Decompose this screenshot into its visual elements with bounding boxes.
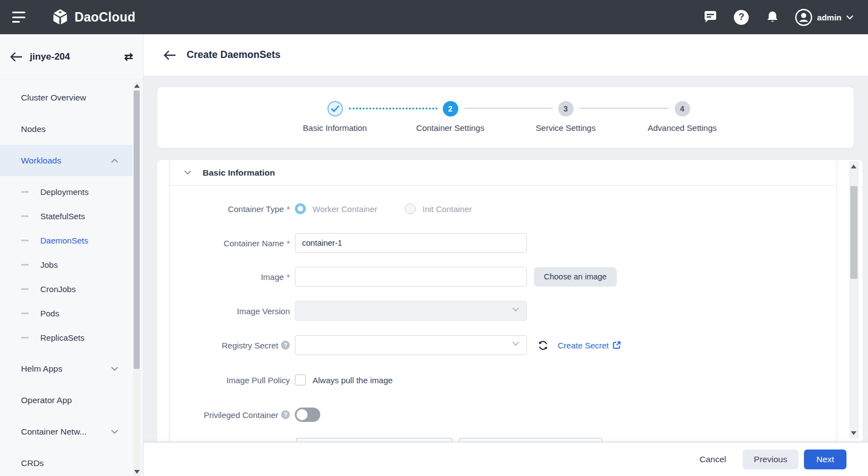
sidebar-scrollbar[interactable] xyxy=(133,82,140,476)
sidebar-item-daemonsets[interactable]: DaemonSets xyxy=(0,228,133,252)
sidebar-item-helm-apps[interactable]: Helm Apps xyxy=(0,353,133,384)
top-bar: DaoCloud ? admin xyxy=(0,0,868,34)
cluster-name: jinye-204 xyxy=(30,51,70,62)
page-back-arrow-icon[interactable] xyxy=(163,51,176,60)
switch-cluster-icon[interactable]: ⇄ xyxy=(124,50,133,63)
scroll-down-arrow[interactable] xyxy=(134,470,140,474)
field-label: Container Type xyxy=(228,204,284,214)
scrollbar-thumb[interactable] xyxy=(134,91,140,369)
wizard-stepper: Basic Information 2 Container Settings 3… xyxy=(157,87,854,148)
field-label: Registry Secret xyxy=(221,341,278,350)
step-basic-information[interactable]: Basic Information xyxy=(277,101,393,133)
sidebar-item-operator-app[interactable]: Operator App xyxy=(0,384,133,416)
sidebar-header: jinye-204 ⇄ xyxy=(0,34,143,80)
chevron-down-icon xyxy=(111,367,118,371)
radio-init-container[interactable]: Init Container xyxy=(405,203,472,214)
field-container-type: Container Type* Worker Container Init Co… xyxy=(170,199,472,219)
checkbox-label[interactable]: Always pull the image xyxy=(313,375,393,385)
field-privileged-container: Privileged Container ? xyxy=(170,405,320,425)
sidebar-item-deployments[interactable]: Deployments xyxy=(0,179,133,204)
section-title: Basic Information xyxy=(203,168,275,178)
step-container-settings[interactable]: 2 Container Settings xyxy=(393,101,508,133)
sidebar-item-statefulsets[interactable]: StatefulSets xyxy=(0,204,133,228)
container-name-input[interactable] xyxy=(295,233,527,253)
field-label: Image xyxy=(261,272,284,282)
avatar-icon xyxy=(795,8,813,27)
image-input[interactable] xyxy=(295,267,527,287)
step-advanced-settings[interactable]: 4 Advanced Settings xyxy=(624,101,740,133)
dash-icon xyxy=(21,215,29,217)
field-registry-secret: Registry Secret ? xyxy=(170,335,621,355)
sidebar-item-crds[interactable]: CRDs xyxy=(0,447,133,476)
chevron-down-icon xyxy=(111,430,118,434)
scroll-down-arrow[interactable] xyxy=(851,431,856,435)
daocloud-logo-icon xyxy=(51,8,70,27)
sidebar: jinye-204 ⇄ Cluster Overview Nodes Workl… xyxy=(0,34,144,476)
page-header: Create DaemonSets xyxy=(144,34,868,76)
step-service-settings[interactable]: 3 Service Settings xyxy=(508,101,623,133)
step-number: 2 xyxy=(443,101,458,117)
required-asterisk: * xyxy=(287,272,290,282)
sidebar-item-jobs[interactable]: Jobs xyxy=(0,252,133,277)
scroll-up-arrow[interactable] xyxy=(134,84,140,88)
field-image-version: Image Version xyxy=(170,301,527,321)
help-tooltip-icon[interactable]: ? xyxy=(281,341,290,350)
page-title: Create DaemonSets xyxy=(187,49,280,61)
next-button[interactable]: Next xyxy=(804,449,846,469)
step-number: 4 xyxy=(675,101,690,117)
brand-logo[interactable]: DaoCloud xyxy=(51,8,135,27)
collapse-chevron-icon[interactable] xyxy=(184,170,192,175)
wizard-footer: Cancel Previous Next xyxy=(144,442,868,476)
content-scrollbar[interactable] xyxy=(849,161,859,438)
registry-secret-select[interactable] xyxy=(295,335,527,355)
radio-selected-icon xyxy=(295,203,306,214)
partial-input-box xyxy=(459,438,602,441)
field-image: Image* Choose an image xyxy=(170,267,617,287)
form-card: Basic Information Container Type* Worker… xyxy=(157,160,862,441)
scroll-up-arrow[interactable] xyxy=(851,165,856,168)
username-label: admin xyxy=(817,13,841,22)
previous-button[interactable]: Previous xyxy=(743,449,798,469)
refresh-icon[interactable] xyxy=(537,340,549,351)
sidebar-item-nodes[interactable]: Nodes xyxy=(0,113,133,145)
sidebar-nav: Cluster Overview Nodes Workloads Deploym… xyxy=(0,82,133,476)
sidebar-item-replicasets[interactable]: ReplicaSets xyxy=(0,325,133,350)
external-link-icon xyxy=(612,341,621,350)
back-arrow-icon[interactable] xyxy=(10,52,22,61)
question-mark-glyph: ? xyxy=(734,10,749,25)
sidebar-item-cluster-overview[interactable]: Cluster Overview xyxy=(0,82,133,113)
sidebar-item-container-network[interactable]: Container Netw... xyxy=(0,416,133,447)
help-icon[interactable]: ? xyxy=(733,8,750,26)
cancel-button[interactable]: Cancel xyxy=(700,454,726,464)
dash-icon xyxy=(21,264,29,266)
field-label: Privileged Container xyxy=(204,410,278,420)
user-menu[interactable]: admin xyxy=(795,8,854,27)
basic-information-panel: Basic Information Container Type* Worker… xyxy=(169,160,837,441)
required-asterisk: * xyxy=(287,204,290,214)
sidebar-item-pods[interactable]: Pods xyxy=(0,301,133,325)
privileged-toggle[interactable] xyxy=(295,408,320,422)
section-header[interactable]: Basic Information xyxy=(170,160,837,186)
hamburger-menu-icon[interactable] xyxy=(12,12,27,23)
chevron-down-icon xyxy=(846,15,854,20)
radio-unselected-icon xyxy=(405,203,416,214)
dash-icon xyxy=(21,191,29,193)
field-image-pull-policy: Image Pull Policy Always pull the image xyxy=(170,370,393,390)
image-version-select[interactable] xyxy=(295,301,527,321)
choose-image-button[interactable]: Choose an image xyxy=(534,267,617,287)
field-label: Container Name xyxy=(224,239,284,248)
chat-icon[interactable] xyxy=(702,8,719,26)
chevron-down-icon xyxy=(512,307,520,312)
create-secret-link[interactable]: Create Secret xyxy=(558,341,621,350)
radio-worker-container[interactable]: Worker Container xyxy=(295,203,377,214)
dash-icon xyxy=(21,240,29,241)
sidebar-item-cronjobs[interactable]: CronJobs xyxy=(0,277,133,301)
sidebar-item-workloads[interactable]: Workloads xyxy=(0,145,133,176)
notifications-bell-icon[interactable] xyxy=(764,8,781,26)
chevron-up-icon xyxy=(111,158,118,163)
help-tooltip-icon[interactable]: ? xyxy=(281,410,290,419)
scrollbar-thumb[interactable] xyxy=(850,186,858,279)
field-label: Image Version xyxy=(237,306,290,316)
always-pull-checkbox[interactable] xyxy=(295,374,306,385)
toggle-knob xyxy=(297,409,308,420)
